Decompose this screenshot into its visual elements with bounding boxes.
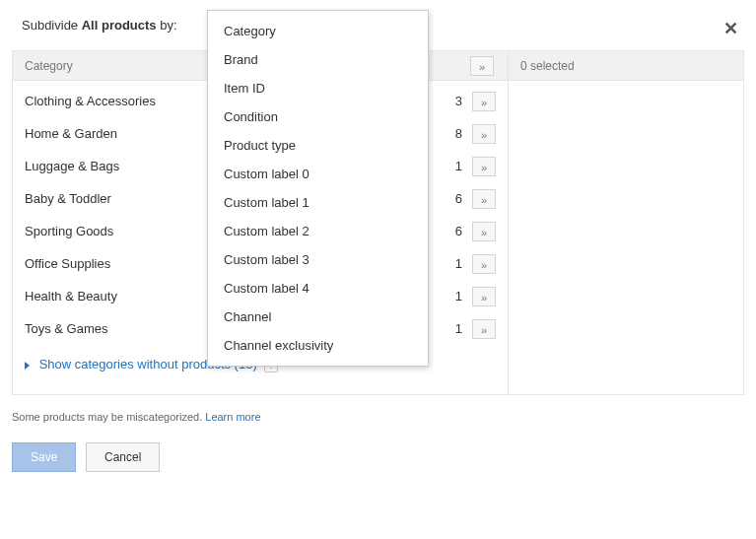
dropdown-item[interactable]: Condition: [208, 102, 428, 131]
button-bar: Save Cancel: [12, 442, 744, 472]
selected-panel: 0 selected: [509, 51, 743, 394]
footnote-text: Some products may be miscategorized.: [12, 411, 202, 423]
category-count: 8: [443, 126, 472, 141]
category-count: 1: [443, 321, 472, 336]
dropdown-item[interactable]: Product type: [208, 131, 428, 160]
category-count: 1: [443, 256, 472, 271]
footnote: Some products may be miscategorized. Lea…: [12, 411, 744, 423]
dropdown-item[interactable]: Custom label 2: [208, 217, 428, 245]
add-category-button[interactable]: »: [472, 92, 496, 111]
category-count: 1: [443, 159, 472, 173]
category-count: 6: [443, 224, 472, 238]
dropdown-item[interactable]: Category: [208, 17, 428, 45]
add-category-button[interactable]: »: [472, 124, 496, 144]
category-count: 6: [443, 191, 472, 206]
close-icon[interactable]: ✕: [723, 18, 738, 39]
add-all-button[interactable]: »: [470, 56, 494, 76]
subdivide-dropdown[interactable]: CategoryBrandItem IDConditionProduct typ…: [207, 10, 429, 367]
dropdown-item[interactable]: Brand: [208, 45, 428, 74]
add-category-button[interactable]: »: [472, 319, 496, 339]
dropdown-item[interactable]: Channel exclusivity: [208, 331, 428, 360]
dropdown-item[interactable]: Custom label 4: [208, 274, 428, 303]
save-button[interactable]: Save: [12, 442, 76, 472]
dropdown-item[interactable]: Custom label 3: [208, 245, 428, 274]
category-header-label: Category: [25, 51, 73, 81]
dropdown-item[interactable]: Channel: [208, 303, 428, 331]
learn-more-link[interactable]: Learn more: [205, 411, 260, 423]
dropdown-item[interactable]: Custom label 1: [208, 188, 428, 217]
dropdown-item[interactable]: Item ID: [208, 74, 428, 102]
category-count: 1: [443, 289, 472, 303]
header-suffix: by:: [160, 18, 176, 33]
add-category-button[interactable]: »: [472, 189, 496, 209]
add-category-button[interactable]: »: [472, 222, 496, 241]
cancel-button[interactable]: Cancel: [86, 442, 160, 472]
selected-header: 0 selected: [509, 51, 743, 81]
header-target: All products: [82, 18, 157, 33]
selected-count-label: 0 selected: [520, 51, 575, 81]
category-count: 3: [443, 94, 472, 108]
triangle-right-icon: [25, 362, 30, 370]
add-category-button[interactable]: »: [472, 287, 496, 306]
add-category-button[interactable]: »: [472, 254, 496, 274]
add-category-button[interactable]: »: [472, 157, 496, 176]
header-prefix: Subdivide: [22, 18, 78, 33]
dropdown-item[interactable]: Custom label 0: [208, 160, 428, 188]
